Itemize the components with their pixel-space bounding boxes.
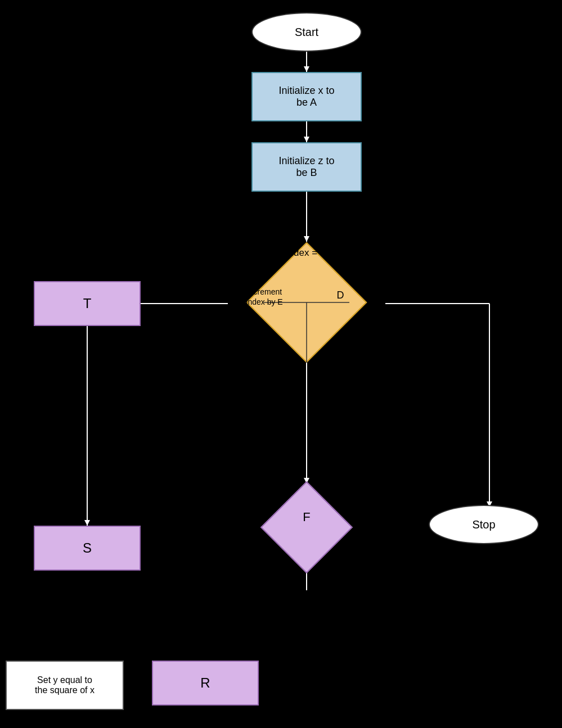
- start-oval: Start: [251, 12, 362, 52]
- svg-marker-1: [304, 66, 309, 72]
- f-diamond: [260, 481, 353, 573]
- r-label: R: [200, 675, 210, 691]
- set-y-rect: Set y equal tothe square of x: [6, 661, 124, 710]
- init-x-rect: Initialize x tobe A: [251, 72, 362, 121]
- start-label: Start: [295, 26, 318, 39]
- diamond-dividers: [228, 242, 385, 363]
- stop-label: Stop: [472, 518, 495, 531]
- s-label: S: [83, 540, 92, 556]
- init-x-label: Initialize x tobe A: [278, 85, 334, 108]
- set-y-label: Set y equal tothe square of x: [35, 675, 95, 695]
- stop-oval: Stop: [429, 505, 539, 544]
- t-label: T: [83, 296, 92, 311]
- svg-marker-5: [304, 236, 309, 242]
- flowchart-container: Start Initialize x tobe A Initialize z t…: [0, 0, 562, 728]
- f-diamond-container: F: [245, 481, 368, 573]
- init-z-label: Initialize z tobe B: [278, 155, 334, 179]
- t-rect: T: [34, 281, 141, 326]
- init-z-rect: Initialize z tobe B: [251, 142, 362, 192]
- s-rect: S: [34, 526, 141, 571]
- svg-marker-15: [84, 520, 90, 526]
- svg-marker-3: [304, 137, 309, 142]
- main-decision-container: index = C Incrementindex by E D: [228, 242, 385, 363]
- r-rect: R: [152, 661, 259, 706]
